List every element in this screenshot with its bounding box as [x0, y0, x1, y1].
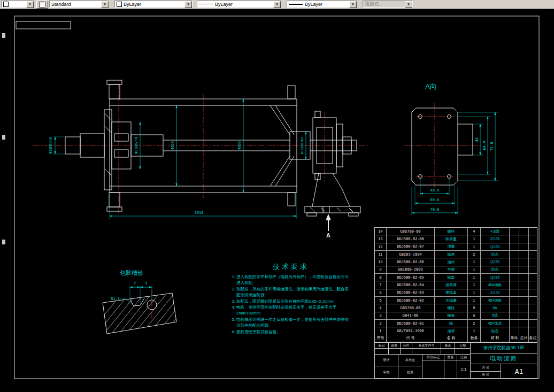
part-note [529, 274, 537, 281]
part-no: 2 [375, 320, 387, 327]
linetype-value: ByLayer [215, 2, 233, 7]
frame-tick [2, 240, 5, 244]
part-material: 5A [481, 304, 510, 311]
part-weight-total [519, 243, 529, 250]
lineweight-combo[interactable]: ByLayer ▼ [287, 1, 357, 7]
part-qty: 1 [468, 289, 481, 296]
dim-label-aview-mid: 60.8 [430, 198, 440, 202]
part-no: 14 [375, 228, 387, 235]
dim-label-detail-2: 7 [145, 282, 147, 286]
table-header-cell: 数量 [468, 335, 481, 342]
part-name: 轴承 [435, 251, 468, 258]
part-qty: 1 [468, 281, 481, 288]
part-weight-total [519, 289, 529, 296]
drawing-title: 电动滚筒 [471, 353, 537, 364]
school-name: 徐州学院机自06-1班 [471, 343, 537, 353]
part-code: GB5780-86 [387, 304, 435, 311]
stage-area: 阶段标记 重量 比例 1:1 [422, 355, 470, 378]
dim-label-aview-holes: 40.8 [430, 188, 440, 193]
chevron-down-icon[interactable]: ▼ [273, 1, 281, 8]
part-material: 5级 [481, 312, 510, 319]
part-code: GB283-1994 [387, 251, 435, 258]
layer-properties-button[interactable] [36, 1, 48, 9]
part-material: Q235 [481, 243, 510, 250]
plotstyle-value: 随颜色 [365, 1, 379, 7]
label-mark: 标记 [375, 343, 389, 348]
linetype-combo[interactable]: ByLayer ▼ [197, 1, 281, 7]
chevron-down-icon[interactable]: ▼ [349, 1, 357, 8]
table-row: 1 GB/T891-1996 油塞 1 组合 [375, 327, 537, 334]
revision-header-row: 标记 处数 分区 更改文件号 签名 日期 [375, 343, 470, 349]
chevron-down-icon[interactable]: ▼ [101, 1, 109, 8]
part-code: GB41-86 [387, 312, 435, 319]
part-name: 油封 [435, 258, 468, 265]
part-code: DDJ500-02-08 [387, 235, 435, 242]
part-code: DDJ500-02-02 [387, 297, 435, 304]
part-qty: 4 [468, 228, 481, 235]
part-no: 12 [375, 243, 387, 250]
sheet-size: A1 [501, 364, 537, 378]
color-combo[interactable]: ByLayer ▼ [114, 1, 193, 7]
text-style-value: Standard [51, 2, 71, 7]
part-weight-total [519, 304, 529, 311]
toolbar: ▼ Standard ▼ ByLayer ▼ ByLayer ▼ ByLayer… [0, 0, 554, 9]
part-weight-total [519, 258, 529, 265]
chevron-down-icon[interactable]: ▼ [26, 1, 34, 8]
part-note [529, 304, 537, 311]
part-name: 左端盖 [435, 297, 468, 304]
linetype-sample-icon [199, 4, 213, 4]
dim-label-hub-bore: Φ85H8/h8 [134, 137, 138, 153]
part-material: 组合 [481, 266, 510, 273]
label-approve: 批准 [398, 366, 422, 378]
dim-label-aview-v3: 72.8 [490, 142, 494, 151]
table-row: 2 DDJ500-02-01 轴 2 45#优质 [375, 320, 537, 327]
tech-title: 技术要求 [230, 262, 352, 272]
table-row: 11 GB283-1994 轴承 2 组合 [375, 251, 537, 258]
dim-label-drum-inner: Φ320 [171, 141, 175, 150]
part-weight-total [519, 274, 529, 281]
part-note [529, 258, 537, 265]
part-code: DDJ500-02-04 [387, 281, 435, 288]
text-style-combo[interactable]: Standard ▼ [49, 1, 109, 7]
part-name: 轴套 [435, 274, 468, 281]
part-material: 45#优质 [481, 320, 510, 327]
parts-table: 14 GB5780-90 螺栓 4 4.8级 13 DDJ500-02-08 轴… [374, 227, 537, 342]
layer-color-icon [3, 2, 9, 7]
part-note [529, 320, 537, 327]
part-code: DDJ500-02-01 [387, 320, 435, 327]
part-qty: 1 [468, 327, 481, 334]
part-weight-total [519, 297, 529, 304]
chevron-down-icon[interactable]: ▼ [184, 1, 192, 8]
table-row: 5 DDJ500-02-02 左端盖 1 45#钢板 [375, 297, 537, 304]
dim-label-aview-v1: 46 [475, 137, 479, 142]
part-note [529, 312, 537, 319]
part-weight-unit [510, 297, 519, 304]
label-design: 设计 [375, 355, 398, 366]
part-note [529, 327, 537, 334]
table-row: 4 GB5780-86 螺栓 5 5A [375, 304, 537, 312]
table-row: 14 GB5780-90 螺栓 4 4.8级 [375, 228, 537, 235]
part-note [529, 266, 537, 273]
part-qty: 5 [468, 312, 481, 319]
part-weight-total [519, 266, 529, 273]
part-qty: 1 [468, 266, 481, 273]
part-qty: 1 [468, 235, 481, 242]
label-weight: 重量 [444, 355, 457, 360]
part-weight-unit [510, 320, 519, 327]
part-qty: 2 [468, 320, 481, 327]
part-no: 4 [375, 304, 387, 311]
part-weight-unit [510, 304, 519, 311]
part-material: 45#钢板 [481, 281, 510, 288]
title-block-revision-area: 标记 处数 分区 更改文件号 签名 日期 设计 标准化 审核 批准 阶段标记 重… [375, 343, 471, 378]
part-weight-total [519, 327, 529, 334]
label-standardization: 标准化 [398, 355, 422, 366]
stage-mark-value [422, 360, 444, 378]
part-no: 1 [375, 327, 387, 334]
part-weight-total [519, 235, 529, 242]
part-no: 8 [375, 274, 387, 281]
label-change-doc: 更改文件号 [412, 343, 441, 348]
layer-combo[interactable]: ▼ [1, 1, 34, 7]
dim-label-detail-1: 7 [134, 282, 136, 286]
revision-empty-row [375, 349, 470, 355]
part-weight-total [519, 251, 529, 258]
